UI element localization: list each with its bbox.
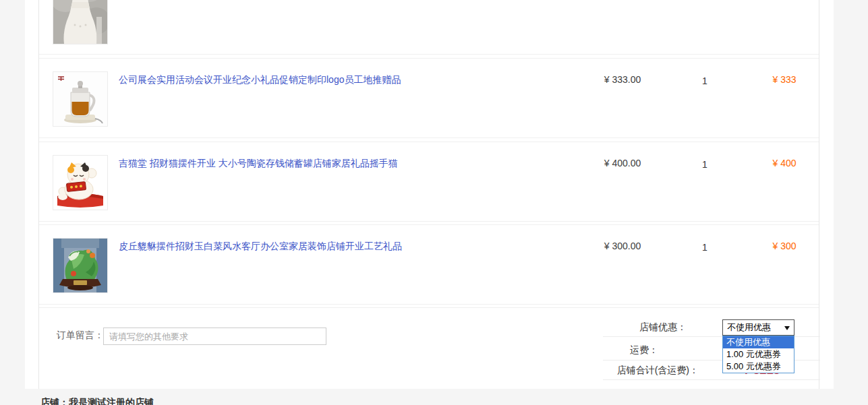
product-image-wedding-dress[interactable]: [53, 0, 108, 44]
product-image-lucky-cat[interactable]: [53, 155, 108, 210]
product-subtotal: ¥ 300: [744, 241, 825, 251]
store-summary: 店铺优惠： 运费： 店铺合计(含运费)： ¥ 3213 不使用优惠 不使用优惠 …: [603, 308, 820, 390]
product-quantity: 1: [683, 159, 726, 170]
shipping-label: 运费：: [630, 344, 658, 356]
product-row: 公司展会实用活动会议开业纪念小礼品促销定制印logo员工地推赠品 ¥ 333.0…: [39, 58, 819, 138]
product-unit-price: ¥ 333.00: [579, 74, 666, 85]
product-title-link[interactable]: 皮丘貔貅摆件招财玉白菜风水客厅办公室家居装饰店铺开业工艺礼品: [119, 241, 402, 253]
tea-kettle-image: [53, 72, 107, 126]
product-image-tea-kettle[interactable]: [53, 71, 108, 127]
discount-label: 店铺优惠：: [639, 321, 687, 334]
product-image-jade-pixiu[interactable]: [53, 238, 108, 293]
product-unit-price: ¥ 400.00: [579, 158, 666, 168]
order-summary-section: 订单留言： 店铺优惠： 运费： 店铺合计(含运费)： ¥ 3213 不使用优惠 …: [39, 307, 819, 389]
product-row: [39, 0, 819, 55]
product-subtotal: ¥ 400: [744, 158, 825, 168]
product-row: 皮丘貔貅摆件招财玉白菜风水客厅办公室家居装饰店铺开业工艺礼品 ¥ 300.00 …: [39, 224, 819, 305]
next-store-title: 店铺：我是测试注册的店铺: [40, 397, 154, 405]
order-note-input[interactable]: [103, 328, 326, 345]
discount-option[interactable]: 1.00 元优惠券: [723, 348, 794, 361]
next-store-header: 店铺：我是测试注册的店铺: [25, 389, 834, 405]
chevron-down-icon: [784, 326, 790, 330]
discount-select[interactable]: 不使用优惠: [722, 319, 794, 336]
discount-option[interactable]: 5.00 元优惠券: [723, 361, 794, 373]
wedding-dress-image: [53, 0, 107, 44]
order-note-label: 订单留言：: [57, 330, 104, 342]
store-order-panel: 公司展会实用活动会议开业纪念小礼品促销定制印logo员工地推赠品 ¥ 333.0…: [38, 0, 819, 389]
product-row: 吉猫堂 招财猫摆件开业 大小号陶瓷存钱储蓄罐店铺家居礼品摇手猫 ¥ 400.00…: [39, 142, 819, 222]
product-title-link[interactable]: 吉猫堂 招财猫摆件开业 大小号陶瓷存钱储蓄罐店铺家居礼品摇手猫: [119, 158, 398, 170]
discount-option[interactable]: 不使用优惠: [723, 336, 794, 348]
discount-options-list: 不使用优惠 1.00 元优惠券 5.00 元优惠券: [722, 336, 794, 373]
lucky-cat-image: [53, 156, 107, 210]
product-quantity: 1: [683, 242, 726, 253]
product-unit-price: ¥ 300.00: [579, 241, 666, 251]
discount-select-value: 不使用优惠: [727, 322, 771, 332]
jade-pixiu-image: [53, 239, 107, 292]
order-confirm-page: 公司展会实用活动会议开业纪念小礼品促销定制印logo员工地推赠品 ¥ 333.0…: [25, 0, 834, 405]
total-label: 店铺合计(含运费)：: [617, 365, 699, 377]
product-subtotal: ¥ 333: [744, 74, 825, 85]
product-quantity: 1: [683, 75, 726, 86]
product-title-link[interactable]: 公司展会实用活动会议开业纪念小礼品促销定制印logo员工地推赠品: [119, 74, 401, 86]
